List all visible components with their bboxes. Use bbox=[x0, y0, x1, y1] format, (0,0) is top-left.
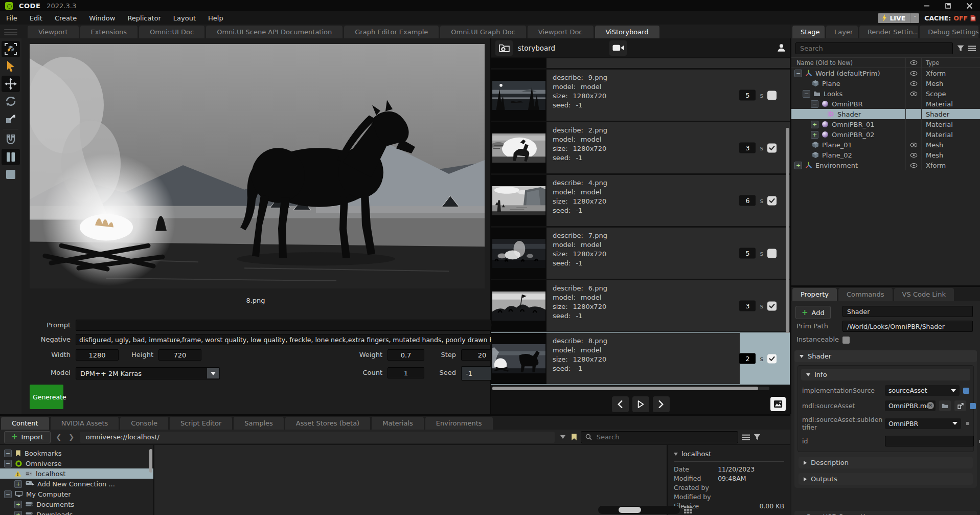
cache-doc-icon[interactable] bbox=[970, 15, 976, 21]
play-button[interactable] bbox=[632, 396, 649, 412]
file-grid-area[interactable] bbox=[153, 445, 667, 515]
prev-frame-button[interactable] bbox=[612, 396, 629, 412]
filter-icon[interactable] bbox=[754, 434, 761, 440]
snap-tool-icon[interactable] bbox=[2, 131, 20, 148]
content-search-input[interactable] bbox=[596, 433, 734, 441]
storyboard-item[interactable]: describe:4.png model:model size:1280x720… bbox=[491, 175, 790, 226]
tab-stage[interactable]: Stage bbox=[792, 26, 825, 38]
item-checkbox[interactable] bbox=[767, 143, 777, 152]
collapse-icon[interactable]: − bbox=[4, 450, 12, 457]
weight-input[interactable] bbox=[388, 349, 424, 361]
visibility-toggle[interactable] bbox=[905, 140, 922, 150]
vertical-scrollbar[interactable] bbox=[786, 128, 789, 367]
add-property-button[interactable]: +Add bbox=[795, 306, 831, 319]
prim-path-field[interactable] bbox=[842, 321, 973, 332]
visibility-toggle[interactable] bbox=[905, 150, 922, 160]
duration-field[interactable]: 5 bbox=[739, 90, 756, 101]
generate-button[interactable]: Genereate bbox=[30, 385, 63, 409]
menu-edit[interactable]: Edit bbox=[30, 14, 42, 22]
open-external-button[interactable] bbox=[954, 400, 966, 411]
tab-omni-ui-scene-api[interactable]: Omni.UI Scene API Documentation bbox=[206, 26, 343, 38]
negative-prompt-input[interactable] bbox=[76, 334, 509, 345]
count-input[interactable] bbox=[388, 367, 424, 378]
tab-console[interactable]: Console bbox=[120, 417, 168, 430]
stage-row-omnipbr-02[interactable]: +OmniPBR_02 Material bbox=[791, 129, 980, 140]
attr-state-icon[interactable] bbox=[966, 422, 969, 425]
tree-row-downloads[interactable]: +Downloads bbox=[0, 509, 153, 515]
stage-search-input[interactable] bbox=[795, 42, 953, 54]
stage-row-looks[interactable]: −Looks Scope bbox=[791, 88, 980, 99]
clear-icon[interactable]: ✕ bbox=[927, 402, 934, 409]
cursor-tool-icon[interactable] bbox=[2, 58, 20, 75]
forward-button[interactable]: ❯ bbox=[67, 432, 76, 442]
item-checkbox[interactable] bbox=[767, 301, 777, 310]
outputs-section-header[interactable]: Outputs bbox=[799, 473, 973, 485]
live-dropdown-button[interactable]: ˅ bbox=[910, 13, 919, 23]
tab-commands[interactable]: Commands bbox=[838, 288, 893, 301]
tab-debug-settings[interactable]: Debug Settings bbox=[920, 26, 978, 38]
storyboard-item[interactable]: describe:2.png model:model size:1280x720… bbox=[491, 122, 790, 173]
tree-row-localhost-selected[interactable]: localhost bbox=[0, 468, 153, 479]
tab-omni-ui-doc[interactable]: Omni::UI Doc bbox=[139, 26, 204, 38]
collapse-icon[interactable]: − bbox=[803, 90, 810, 98]
prompt-input[interactable] bbox=[76, 320, 509, 331]
menu-create[interactable]: Create bbox=[55, 14, 77, 22]
import-button[interactable]: +Import bbox=[4, 431, 51, 443]
path-dropdown-icon[interactable] bbox=[558, 432, 567, 442]
stage-row-shader-selected[interactable]: Shader Shader bbox=[791, 109, 980, 119]
id-field[interactable] bbox=[885, 436, 974, 446]
stage-row-plane-02[interactable]: Plane_02 Mesh bbox=[791, 150, 980, 160]
move-tool-icon[interactable] bbox=[2, 76, 20, 92]
stage-row-omnipbr-01[interactable]: +OmniPBR_01 Material bbox=[791, 119, 980, 129]
tab-viewport[interactable]: Viewport bbox=[28, 26, 79, 38]
person-icon[interactable] bbox=[777, 43, 786, 52]
storyboard-item[interactable]: describe:6.png model:model size:1280x720… bbox=[491, 280, 790, 331]
storyboard-item-partial[interactable] bbox=[491, 58, 790, 68]
column-name[interactable]: Name (Old to New) bbox=[791, 59, 905, 66]
slider-thumb[interactable] bbox=[619, 507, 641, 513]
back-button[interactable]: ❮ bbox=[54, 432, 63, 442]
stage-row-plane-01[interactable]: Plane_01 Mesh bbox=[791, 140, 980, 150]
menu-icon[interactable] bbox=[968, 46, 976, 51]
info-section-header[interactable]: Info bbox=[801, 369, 970, 380]
tab-vs-code-link[interactable]: VS Code Link bbox=[894, 288, 954, 301]
tree-row-add-connection[interactable]: +Add New Connection ... bbox=[0, 479, 153, 489]
stage-row-environment[interactable]: +Environment Xform bbox=[791, 160, 980, 170]
tab-script-editor[interactable]: Script Editor bbox=[170, 417, 232, 430]
item-checkbox[interactable] bbox=[767, 196, 777, 205]
list-view-icon[interactable] bbox=[742, 434, 750, 440]
attr-state-icon[interactable] bbox=[963, 388, 969, 394]
prim-name-field[interactable] bbox=[842, 306, 973, 317]
browse-folder-button[interactable] bbox=[939, 400, 951, 411]
tab-layer[interactable]: Layer bbox=[826, 26, 858, 38]
subidentifier-select[interactable]: OmniPBR bbox=[885, 418, 961, 429]
implementation-source-select[interactable]: sourceAsset bbox=[885, 385, 960, 396]
live-sync-button[interactable]: LIVE bbox=[878, 13, 910, 23]
width-input[interactable] bbox=[76, 349, 119, 361]
tab-extensions[interactable]: Extensions bbox=[80, 26, 138, 38]
collapse-icon[interactable]: − bbox=[4, 460, 12, 467]
duration-field[interactable]: 5 bbox=[739, 248, 756, 259]
expand-icon[interactable]: + bbox=[14, 480, 22, 488]
shader-section-header[interactable]: Shader bbox=[794, 350, 977, 362]
render-video-button[interactable] bbox=[609, 40, 627, 56]
visibility-toggle[interactable] bbox=[905, 68, 922, 78]
select-tool-icon[interactable] bbox=[2, 41, 20, 57]
storyboard-item-selected[interactable]: describe:8.png model:model size:1280x720… bbox=[491, 333, 790, 384]
tab-content[interactable]: Content bbox=[1, 417, 49, 430]
next-frame-button[interactable] bbox=[653, 396, 670, 412]
source-asset-field[interactable]: OmniPBR.mdl✕ bbox=[885, 400, 936, 411]
new-storyboard-button[interactable] bbox=[495, 40, 513, 56]
expand-icon[interactable]: + bbox=[794, 162, 802, 169]
visibility-toggle[interactable] bbox=[905, 129, 922, 140]
tab-asset-stores[interactable]: Asset Stores (beta) bbox=[285, 417, 370, 430]
filter-icon[interactable] bbox=[957, 45, 964, 52]
tab-graph-editor-example[interactable]: Graph Editor Example bbox=[344, 26, 439, 38]
duration-field[interactable]: 6 bbox=[739, 195, 756, 206]
raw-usd-section-header[interactable]: Raw USD Properties bbox=[794, 511, 977, 515]
description-section-header[interactable]: Description bbox=[799, 457, 973, 468]
instanceable-checkbox[interactable] bbox=[842, 337, 850, 344]
column-type[interactable]: Type bbox=[922, 59, 980, 66]
tab-vistoryboard[interactable]: ViStoryboard bbox=[595, 26, 659, 38]
stop-icon[interactable] bbox=[2, 166, 20, 183]
